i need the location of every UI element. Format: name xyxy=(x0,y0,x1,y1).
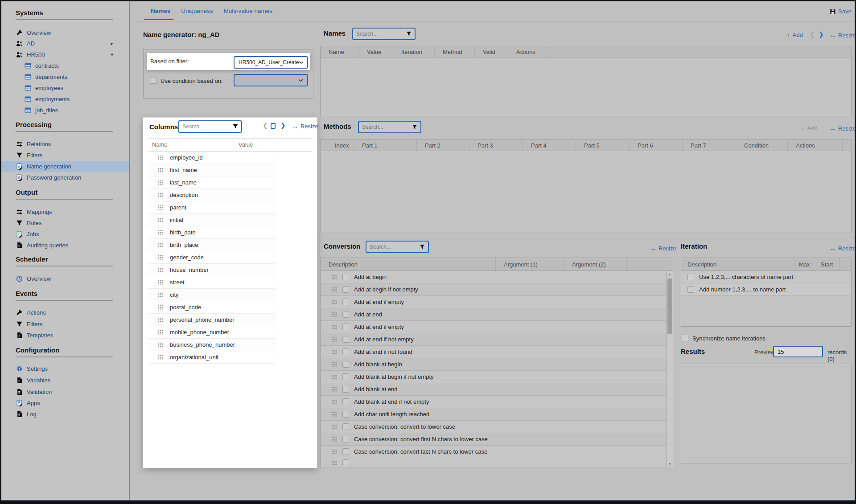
drag-handle-icon[interactable] xyxy=(157,355,164,360)
sidebar-item-overview[interactable]: Overview xyxy=(1,27,129,38)
column-page-icon[interactable] xyxy=(271,123,276,129)
sidebar-item-name-generation[interactable]: Name generation xyxy=(1,161,129,172)
iteration-row[interactable]: Use 1,2,3,... characters of name part xyxy=(681,271,851,283)
sidebar-item-actions[interactable]: Actions xyxy=(1,307,129,318)
methods-header-index[interactable]: Index xyxy=(321,140,354,151)
names-header-value[interactable]: Value xyxy=(359,46,393,57)
sidebar-item-job-titles[interactable]: job_titles xyxy=(1,105,129,116)
names-next-button[interactable]: ❯ xyxy=(819,31,824,38)
names-search-input[interactable] xyxy=(356,31,406,37)
methods-header-condition[interactable]: Condition xyxy=(736,140,788,151)
drag-handle-icon[interactable] xyxy=(331,412,337,417)
drag-handle-icon[interactable] xyxy=(157,342,164,347)
conversion-resize-button[interactable]: ↔Resize xyxy=(650,245,676,252)
sidebar-item-event-filters[interactable]: Filters xyxy=(1,319,129,330)
conversion-row[interactable]: Case conversion: convert to lower case xyxy=(321,421,667,433)
conversion-header-argument1[interactable]: Argument (1) xyxy=(496,258,564,270)
conversion-row-partial[interactable] xyxy=(321,458,667,467)
names-header-method[interactable]: Method xyxy=(435,46,475,57)
conversion-row[interactable]: Add at end if empty xyxy=(321,321,667,333)
column-row[interactable]: personal_phone_number xyxy=(148,314,275,326)
tab-names[interactable]: Names xyxy=(151,8,170,17)
column-row[interactable]: mobile_phone_number xyxy=(148,326,275,339)
drag-handle-icon[interactable] xyxy=(331,299,337,304)
names-header-actions[interactable]: Actions xyxy=(508,46,548,57)
prev-column-button[interactable]: ❮ xyxy=(263,122,268,129)
drag-handle-icon[interactable] xyxy=(157,292,164,297)
preview-input[interactable]: 15 xyxy=(773,346,823,357)
sidebar-item-employments[interactable]: employments xyxy=(1,94,129,105)
conversion-row[interactable]: Case conversion: convert last N chars to… xyxy=(321,446,667,458)
drag-handle-icon[interactable] xyxy=(157,230,164,235)
drag-handle-icon[interactable] xyxy=(331,324,337,329)
conversion-checkbox[interactable] xyxy=(342,373,349,380)
sidebar-item-log[interactable]: Log xyxy=(1,409,129,420)
conversion-row[interactable]: Add at begin xyxy=(321,271,667,283)
conversion-row[interactable]: Case conversion: convert first N chars t… xyxy=(321,433,667,446)
drag-handle-icon[interactable] xyxy=(331,424,337,429)
methods-search-input[interactable] xyxy=(362,124,412,130)
sidebar-item-scheduler-overview[interactable]: Overview xyxy=(1,273,129,284)
sidebar-item-relations[interactable]: Relations xyxy=(1,139,129,150)
methods-header-part1[interactable]: Part 1 xyxy=(354,140,417,151)
column-row[interactable]: last_name xyxy=(148,176,275,189)
conversion-checkbox[interactable] xyxy=(342,311,349,318)
sidebar-item-hr500[interactable]: HR500▾ xyxy=(1,49,129,60)
conversion-checkbox[interactable] xyxy=(342,348,349,355)
condition-dropdown[interactable] xyxy=(234,74,308,86)
drag-handle-icon[interactable] xyxy=(331,387,337,392)
conversion-row[interactable]: Add blank at begin if not empty xyxy=(321,371,667,383)
conversion-row[interactable]: Add at end xyxy=(321,308,667,321)
names-prev-button[interactable]: ❮ xyxy=(810,31,815,38)
conversion-row[interactable]: Add blank at end xyxy=(321,383,667,396)
tab-multi-value-names[interactable]: Multi-value names xyxy=(224,8,273,17)
conversion-checkbox[interactable] xyxy=(342,448,349,455)
iteration-checkbox[interactable] xyxy=(687,286,694,293)
drag-handle-icon[interactable] xyxy=(331,362,337,367)
conversion-search-input[interactable] xyxy=(370,244,420,250)
conversion-row[interactable]: Add at end if not empty xyxy=(321,333,667,346)
conversion-search[interactable] xyxy=(366,241,429,253)
conversion-checkbox[interactable] xyxy=(342,398,349,405)
methods-header-part5[interactable]: Part 5 xyxy=(576,140,630,151)
save-button[interactable]: Save xyxy=(830,8,852,15)
column-row[interactable]: first_name xyxy=(148,164,275,176)
names-add-button[interactable]: +Add xyxy=(787,32,803,38)
conversion-row[interactable]: Add blank at end if not empty xyxy=(321,396,667,408)
sidebar-item-auditing-queries[interactable]: Auditing queries xyxy=(1,240,129,251)
drag-handle-icon[interactable] xyxy=(157,280,164,285)
use-condition-checkbox[interactable] xyxy=(150,77,156,84)
scrollbar-thumb[interactable] xyxy=(667,279,672,334)
drag-handle-icon[interactable] xyxy=(331,312,337,317)
column-row[interactable]: house_number xyxy=(148,264,275,276)
drag-handle-icon[interactable] xyxy=(157,193,164,197)
chevron-right-icon[interactable]: ▸ xyxy=(111,41,113,46)
column-row[interactable]: business_phone_number xyxy=(148,339,275,351)
sidebar-item-settings[interactable]: Settings xyxy=(1,363,129,374)
conversion-checkbox[interactable] xyxy=(342,286,349,293)
methods-header-part6[interactable]: Part 6 xyxy=(630,140,683,151)
sidebar-item-filters[interactable]: Filters xyxy=(1,150,129,161)
drag-handle-icon[interactable] xyxy=(157,155,164,160)
sidebar-item-validation[interactable]: Validation xyxy=(1,386,129,397)
drag-handle-icon[interactable] xyxy=(157,255,164,260)
methods-header-part3[interactable]: Part 3 xyxy=(469,140,523,151)
chevron-down-icon[interactable]: ▾ xyxy=(111,52,113,57)
drag-handle-icon[interactable] xyxy=(157,330,164,335)
sidebar-item-templates[interactable]: Templates xyxy=(1,330,129,341)
column-header-name[interactable]: Name xyxy=(148,139,234,151)
iteration-header-max[interactable]: Max xyxy=(794,258,816,270)
sidebar-item-ad[interactable]: AD▸ xyxy=(1,38,129,49)
columns-search-input[interactable] xyxy=(182,123,233,130)
sidebar-item-password-generation[interactable]: Password generation xyxy=(1,172,129,183)
next-column-button[interactable]: ❯ xyxy=(280,122,286,129)
names-header-name[interactable]: Name xyxy=(321,46,359,57)
iteration-checkbox[interactable] xyxy=(687,274,694,280)
conversion-checkbox[interactable] xyxy=(342,386,349,393)
scroll-down-icon[interactable]: ▼ xyxy=(667,461,673,467)
names-resize-button[interactable]: ↔Resize xyxy=(830,32,855,39)
drag-handle-icon[interactable] xyxy=(157,180,164,185)
iteration-header-start[interactable]: Start xyxy=(816,258,840,270)
drag-handle-icon[interactable] xyxy=(331,287,337,292)
column-row[interactable]: gender_code xyxy=(148,251,275,264)
